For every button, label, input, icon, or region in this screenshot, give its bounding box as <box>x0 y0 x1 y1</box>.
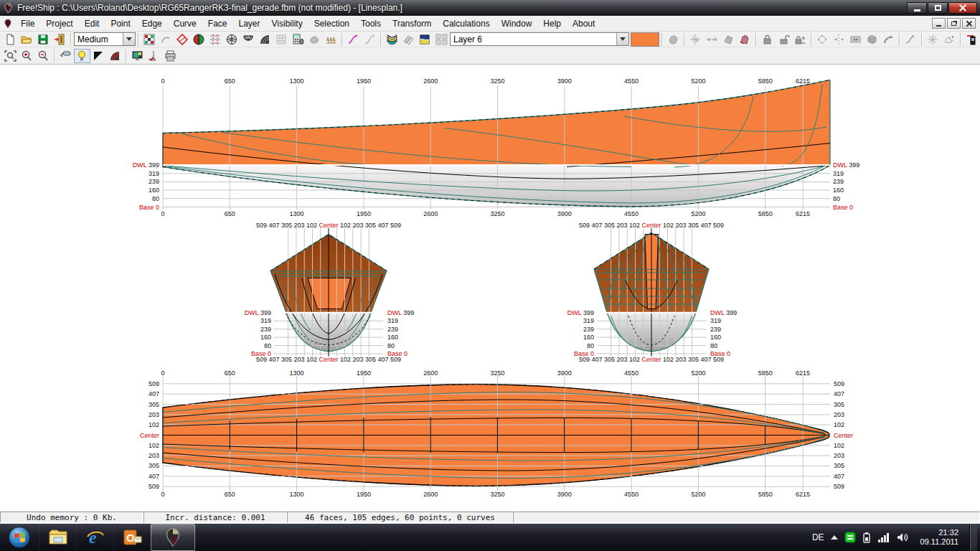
print-button[interactable] <box>162 49 179 63</box>
save-file-button[interactable] <box>35 32 52 47</box>
layer-color-swatch[interactable] <box>631 32 659 47</box>
lock-all-button[interactable] <box>792 32 809 47</box>
zoom-in-button[interactable] <box>19 49 35 63</box>
menu-item-point[interactable]: Point <box>105 17 136 31</box>
menu-item-calculations[interactable]: Calculations <box>437 17 495 31</box>
taskbar-explorer-button[interactable] <box>39 524 76 551</box>
menu-item-window[interactable]: Window <box>496 17 538 31</box>
menu-item-selection[interactable]: Selection <box>308 17 355 31</box>
intersections-button[interactable] <box>207 32 224 47</box>
add-face-button[interactable] <box>665 32 682 47</box>
precision-select[interactable]: Medium <box>74 32 136 46</box>
marker-pen-icon <box>966 34 978 45</box>
menu-item-tools[interactable]: Tools <box>355 17 387 31</box>
menu-item-layer[interactable]: Layer <box>232 17 265 31</box>
menu-item-about[interactable]: About <box>567 17 600 31</box>
background-color-button[interactable] <box>57 49 74 63</box>
zoom-out-button[interactable] <box>35 49 52 63</box>
menu-item-help[interactable]: Help <box>537 17 567 31</box>
menu-item-visibility[interactable]: Visibility <box>266 17 308 31</box>
taskbar-freeship-button[interactable] <box>151 524 195 551</box>
rotate-button[interactable] <box>814 32 831 47</box>
hidden-icons-chevron[interactable] <box>831 535 838 540</box>
close-button[interactable] <box>948 2 977 14</box>
lock-points-button[interactable] <box>759 32 776 47</box>
menu-item-edge[interactable]: Edge <box>136 17 168 31</box>
taskbar-ie-button[interactable]: e <box>76 524 113 551</box>
separator <box>341 33 343 46</box>
svg-text:80: 80 <box>152 195 159 202</box>
svg-text:4550: 4550 <box>624 491 639 498</box>
menu-item-project[interactable]: Project <box>40 17 78 31</box>
shade-hull-button[interactable] <box>107 49 123 63</box>
open-file-button[interactable] <box>19 32 35 47</box>
mdi-minimize-button[interactable] <box>932 18 946 29</box>
import-coordinates-button[interactable] <box>146 49 162 63</box>
keel-rudder-button[interactable] <box>925 32 941 47</box>
developability-button[interactable] <box>273 32 290 47</box>
layer-grid-button[interactable] <box>433 32 450 47</box>
mirror-button[interactable] <box>831 32 847 47</box>
hydrostatics-button[interactable] <box>290 32 306 47</box>
intersection-dialog-button[interactable] <box>384 32 400 47</box>
new-file-button[interactable] <box>2 32 19 47</box>
wireframe-view-button[interactable] <box>224 32 240 47</box>
layer-dropdown-button[interactable] <box>616 33 628 45</box>
network-signal-icon[interactable] <box>877 532 890 543</box>
show-desktop-button[interactable] <box>969 524 977 551</box>
check-model-button[interactable] <box>174 32 191 47</box>
collapse-point-button[interactable] <box>704 32 720 47</box>
separator <box>755 33 757 46</box>
menu-item-edit[interactable]: Edit <box>79 17 105 31</box>
undo-button[interactable] <box>158 32 174 47</box>
new-face-button[interactable] <box>720 32 737 47</box>
shaded-view-button[interactable] <box>257 32 273 47</box>
light-toggle-button[interactable] <box>74 49 90 63</box>
control-net-button[interactable] <box>141 32 158 47</box>
lackenby-button[interactable] <box>903 32 919 47</box>
perspective-button[interactable] <box>90 49 107 63</box>
twist-button[interactable] <box>880 32 897 47</box>
battery-icon[interactable] <box>862 532 871 543</box>
tank-button[interactable] <box>323 32 339 47</box>
svg-text:305: 305 <box>149 462 159 469</box>
zoom-extents-button[interactable] <box>2 49 19 63</box>
mdi-close-button[interactable] <box>962 18 976 29</box>
scale-button[interactable] <box>847 32 864 47</box>
svg-text:0: 0 <box>161 77 164 85</box>
mdi-restore-button[interactable] <box>947 18 961 29</box>
save-image-button[interactable] <box>129 49 146 63</box>
intersect-layers-button[interactable] <box>737 32 753 47</box>
language-indicator[interactable]: DE <box>812 532 824 542</box>
precision-value: Medium <box>75 34 123 44</box>
move-button[interactable] <box>864 32 880 47</box>
curve-button[interactable] <box>362 32 378 47</box>
svg-text:1300: 1300 <box>290 210 304 217</box>
precision-dropdown-button[interactable] <box>123 33 135 45</box>
maximize-button[interactable] <box>928 2 948 14</box>
flowlines-button[interactable] <box>345 32 362 47</box>
unlock-points-button[interactable] <box>776 32 792 47</box>
markers-button[interactable] <box>963 32 980 47</box>
clock[interactable]: 21:32 09.11.2011 <box>916 528 963 547</box>
volume-icon[interactable] <box>897 532 910 543</box>
curvature-shading-button[interactable] <box>191 32 207 47</box>
taskbar-outlook-button[interactable]: O <box>113 524 151 551</box>
layer-select[interactable]: Layer 6 <box>450 32 629 46</box>
linesplan-canvas[interactable]: 0065065013001300195019502600260032503250… <box>0 65 980 511</box>
wizard-button[interactable] <box>941 32 958 47</box>
menu-item-curve[interactable]: Curve <box>168 17 202 31</box>
start-button[interactable] <box>0 524 39 551</box>
bodyplan-view-button[interactable] <box>240 32 257 47</box>
menu-item-face[interactable]: Face <box>202 17 233 31</box>
svg-text:6215: 6215 <box>796 491 810 498</box>
menu-item-transform[interactable]: Transform <box>387 17 437 31</box>
exit-button[interactable] <box>52 32 68 47</box>
layer-dialog-button[interactable] <box>417 32 433 47</box>
planes-button[interactable] <box>400 32 417 47</box>
insert-point-button[interactable] <box>687 32 704 47</box>
menu-item-file[interactable]: File <box>15 17 40 31</box>
fairing-button[interactable] <box>306 32 323 47</box>
tray-app-icon[interactable] <box>844 532 856 543</box>
minimize-button[interactable] <box>907 2 927 14</box>
